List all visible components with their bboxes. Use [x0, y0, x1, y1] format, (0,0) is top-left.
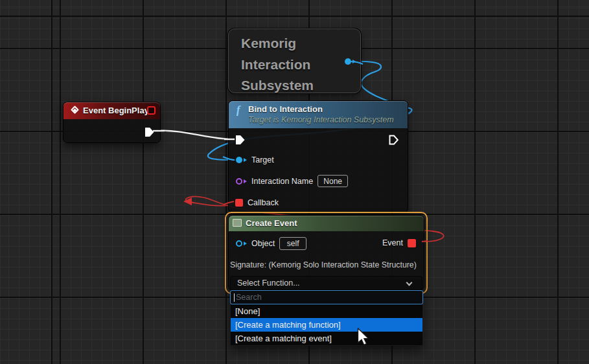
- callback-pin[interactable]: [235, 199, 243, 207]
- target-pin-label: Target: [251, 155, 274, 165]
- create-event-title: Create Event: [246, 218, 297, 228]
- node-create-event[interactable]: Create Event Object self Event Signature…: [228, 215, 424, 291]
- option-create-matching-function[interactable]: [Create a matching function]: [231, 318, 422, 332]
- exec-out-pin[interactable]: [389, 135, 399, 145]
- select-function-dropdown[interactable]: Select Function...: [230, 276, 422, 290]
- interaction-name-input[interactable]: None: [318, 175, 348, 187]
- bind-title: Bind to Interaction: [248, 104, 323, 114]
- exec-in-pin[interactable]: [235, 135, 246, 145]
- target-pin[interactable]: [236, 157, 247, 163]
- interaction-name-pin[interactable]: [236, 178, 247, 185]
- create-event-header[interactable]: Create Event: [229, 216, 424, 231]
- subsystem-return-pin[interactable]: [345, 58, 356, 65]
- event-pin-label: Event: [382, 238, 403, 247]
- signature-text: Signature: (Kemorig Solo Interaction Sta…: [230, 260, 417, 269]
- object-pin-icon: [236, 240, 242, 247]
- beginplay-header[interactable]: Event BeginPlay: [64, 102, 160, 119]
- exec-wire[interactable]: [154, 131, 238, 139]
- node-event-beginplay[interactable]: Event BeginPlay: [63, 102, 161, 143]
- event-reference-icon: [147, 106, 156, 115]
- subsystem-title: Kemorig Interaction Subsystem: [241, 33, 314, 97]
- create-event-icon: [233, 219, 242, 227]
- delegate-wire-arrow: [183, 198, 192, 205]
- pin-arrow-icon: [244, 179, 247, 183]
- mouse-cursor: [357, 328, 373, 347]
- bind-subtitle: Target is Kemorig Interaction Subsystem: [248, 115, 394, 124]
- object-pin-icon: [345, 58, 351, 65]
- function-select-popup: [None] [Create a matching function] [Cre…: [230, 290, 423, 346]
- node-bind-to-interaction[interactable]: f Bind to Interaction Target is Kemorig …: [228, 100, 408, 213]
- function-option-list: [None] [Create a matching function] [Cre…: [230, 304, 423, 346]
- pin-arrow-icon: [244, 158, 247, 162]
- pin-arrow-icon: [352, 60, 356, 63]
- object-self-input[interactable]: self: [279, 237, 306, 250]
- chevron-down-icon: [406, 280, 413, 286]
- interaction-name-pin-label: Interaction Name: [251, 177, 313, 186]
- callback-pin-label: Callback: [248, 198, 279, 207]
- event-pin[interactable]: [408, 239, 416, 247]
- function-f-icon: f: [237, 104, 240, 116]
- name-pin-icon: [236, 178, 242, 185]
- bind-header[interactable]: f Bind to Interaction Target is Kemorig …: [229, 101, 408, 128]
- option-create-matching-event[interactable]: [Create a matching event]: [231, 332, 422, 345]
- event-diamond-icon: [71, 106, 79, 114]
- exec-out-pin[interactable]: [144, 127, 155, 137]
- pin-arrow-icon: [244, 242, 247, 245]
- object-pin[interactable]: [236, 240, 247, 247]
- object-pin-icon: [236, 157, 242, 163]
- select-function-label: Select Function...: [237, 279, 300, 288]
- object-pin-label: Object: [251, 239, 275, 248]
- search-input[interactable]: [235, 291, 416, 302]
- blueprint-graph-canvas[interactable]: Kemorig Interaction Subsystem Event Begi…: [0, 0, 589, 364]
- node-kemorig-interaction-subsystem[interactable]: Kemorig Interaction Subsystem: [228, 28, 361, 93]
- search-box[interactable]: [230, 290, 423, 304]
- beginplay-title: Event BeginPlay: [83, 106, 149, 115]
- option-none[interactable]: [None]: [231, 304, 422, 318]
